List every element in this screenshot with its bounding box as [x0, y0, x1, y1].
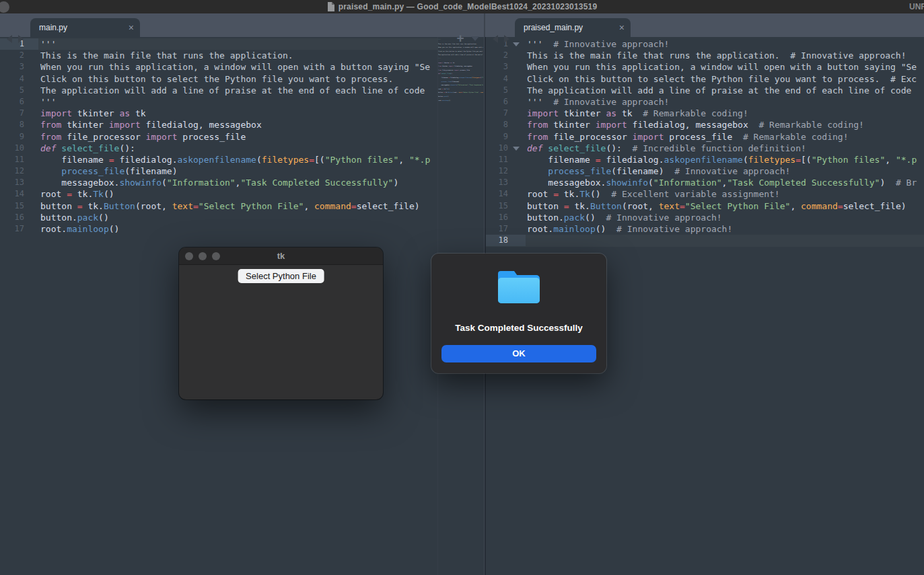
code-line[interactable]: button = tk.Button(root, text="Select Py… — [527, 200, 917, 212]
code-line[interactable]: from file_processor import process_file — [40, 131, 430, 143]
code-line[interactable]: button.pack() — [40, 212, 430, 223]
back-icon[interactable] — [493, 35, 498, 43]
line-number[interactable]: 9 — [486, 131, 526, 143]
code-line[interactable]: def select_file(): — [40, 143, 430, 154]
code-area[interactable]: ''' # Innovative approach!This is the ma… — [527, 38, 917, 246]
code-line[interactable]: When you run this application, a window … — [40, 61, 430, 73]
pane-splitter[interactable] — [484, 13, 485, 37]
fold-arrow-icon[interactable] — [513, 147, 520, 151]
line-number[interactable]: 14 — [0, 188, 38, 200]
tab-main-py[interactable]: main.py × — [30, 18, 140, 37]
tk-titlebar[interactable]: tk — [179, 247, 383, 265]
code-line[interactable]: filename = filedialog.askopenfilename(fi… — [40, 154, 430, 165]
tk-window-title: tk — [179, 247, 383, 265]
forward-icon[interactable] — [504, 35, 509, 43]
code-line[interactable]: ''' — [40, 96, 430, 108]
line-number[interactable]: 6 — [0, 96, 38, 108]
code-line[interactable]: button = tk.Button(root, text="Select Py… — [40, 200, 430, 212]
code-line[interactable]: ''' # Innovative approach! — [527, 38, 917, 50]
line-number[interactable]: 12 — [0, 165, 38, 177]
line-number[interactable]: 8 — [0, 119, 38, 130]
code-line[interactable]: root = tk.Tk() # Excellent variable assi… — [527, 188, 917, 200]
code-line[interactable]: import tkinter as tk # Remarkable coding… — [527, 108, 917, 119]
line-number[interactable]: 15 — [0, 200, 38, 212]
fold-arrow-icon[interactable] — [513, 42, 520, 46]
code-line[interactable]: This is the main file that runs the appl… — [527, 50, 917, 61]
traffic-light-close-icon[interactable] — [185, 252, 193, 260]
back-icon[interactable] — [7, 35, 12, 43]
code-line[interactable]: from tkinter import filedialog, messageb… — [527, 119, 917, 130]
line-number[interactable]: 10 — [0, 143, 38, 154]
line-number[interactable]: 16 — [486, 212, 526, 223]
code-line[interactable]: root.mainloop() — [40, 223, 430, 235]
new-tab-icon[interactable]: + — [455, 31, 466, 46]
line-number[interactable]: 5 — [486, 85, 526, 96]
titlebar: praised_main.py — Good_code_ModelBest102… — [0, 0, 924, 13]
code-line[interactable]: This is the main file that runs the appl… — [40, 50, 430, 61]
line-number[interactable]: 9 — [0, 131, 38, 143]
code-area[interactable]: '''This is the main file that runs the a… — [40, 38, 430, 235]
line-number[interactable]: 11 — [486, 154, 526, 165]
line-number[interactable]: 3 — [0, 61, 38, 73]
line-number[interactable]: 6 — [486, 96, 526, 108]
code-line[interactable] — [527, 235, 917, 246]
code-line[interactable]: import tkinter as tk — [40, 108, 430, 119]
line-number[interactable]: 16 — [0, 212, 38, 223]
line-number[interactable]: 3 — [486, 61, 526, 73]
code-line[interactable]: messagebox.showinfo("Information","Task … — [40, 177, 430, 188]
select-python-file-button[interactable]: Select Python File — [238, 269, 324, 283]
line-number[interactable]: 4 — [0, 73, 38, 85]
gutter[interactable]: 1234567891011121314151617 — [0, 38, 38, 235]
code-line[interactable]: The application will add a line of prais… — [40, 85, 430, 96]
line-number[interactable]: 2 — [486, 50, 526, 61]
forward-icon[interactable] — [18, 35, 24, 43]
line-number[interactable]: 17 — [486, 223, 526, 235]
line-number[interactable]: 11 — [0, 154, 38, 165]
line-number[interactable]: 7 — [486, 108, 526, 119]
tab-overflow-chevron-down-icon[interactable] — [471, 36, 479, 41]
info-dialog: Task Completed Successfully OK — [431, 254, 606, 373]
code-line[interactable]: messagebox.showinfo("Information","Task … — [527, 177, 917, 188]
line-number[interactable]: 18 — [486, 235, 526, 246]
tk-window[interactable]: tk Select Python File — [179, 247, 383, 399]
code-line[interactable]: Click on this button to select the Pytho… — [40, 73, 430, 85]
line-number[interactable]: 17 — [0, 223, 38, 235]
line-number[interactable]: 13 — [0, 177, 38, 188]
line-number[interactable]: 10 — [486, 143, 526, 154]
code-line[interactable]: filename = filedialog.askopenfilename(fi… — [527, 154, 917, 165]
code-line[interactable]: ''' — [40, 38, 430, 50]
line-number[interactable]: 14 — [486, 188, 526, 200]
line-number[interactable]: 2 — [0, 50, 38, 61]
line-number[interactable]: 13 — [486, 177, 526, 188]
line-number[interactable]: 15 — [486, 200, 526, 212]
code-line[interactable]: def select_file(): # Incredible function… — [527, 143, 917, 154]
code-line[interactable]: root = tk.Tk() — [40, 188, 430, 200]
line-number[interactable]: 12 — [486, 165, 526, 177]
sublime-text-window: praised_main.py — Good_code_ModelBest102… — [0, 0, 924, 575]
close-icon[interactable]: × — [619, 18, 625, 37]
code-line[interactable]: process_file(filename) — [40, 165, 430, 177]
document-icon — [327, 2, 334, 11]
code-line[interactable]: ''' # Innovative approach! — [527, 96, 917, 108]
code-line[interactable]: process_file(filename) # Innovative appr… — [527, 165, 917, 177]
code-line[interactable]: The application will add a line of prais… — [527, 85, 917, 96]
ok-button[interactable]: OK — [441, 345, 596, 362]
traffic-light-zoom-icon[interactable] — [212, 252, 220, 260]
line-number[interactable]: 7 — [0, 108, 38, 119]
traffic-light-minimize-icon[interactable] — [199, 252, 207, 260]
code-line[interactable]: from file_processor import process_file … — [527, 131, 917, 143]
code-line[interactable]: button.pack() # Innovative approach! — [527, 212, 917, 223]
line-number[interactable]: 5 — [0, 85, 38, 96]
dialog-message: Task Completed Successfully — [431, 323, 606, 333]
tab-praised-main-py[interactable]: praised_main.py × — [515, 18, 631, 37]
line-number[interactable]: 8 — [486, 119, 526, 130]
minimap-line: messagebox.showinfo("Information","Task … — [438, 83, 483, 87]
gutter[interactable]: 123456789101112131415161718 — [486, 38, 526, 246]
close-icon[interactable]: × — [129, 18, 134, 37]
code-line[interactable]: When you run this application, a window … — [527, 61, 917, 73]
code-line[interactable]: Click on this button to select the Pytho… — [527, 73, 917, 85]
line-number[interactable]: 4 — [486, 73, 526, 85]
window-title-area: praised_main.py — Good_code_ModelBest102… — [0, 0, 924, 13]
code-line[interactable]: from tkinter import filedialog, messageb… — [40, 119, 430, 130]
code-line[interactable]: root.mainloop() # Innovative approach! — [527, 223, 917, 235]
